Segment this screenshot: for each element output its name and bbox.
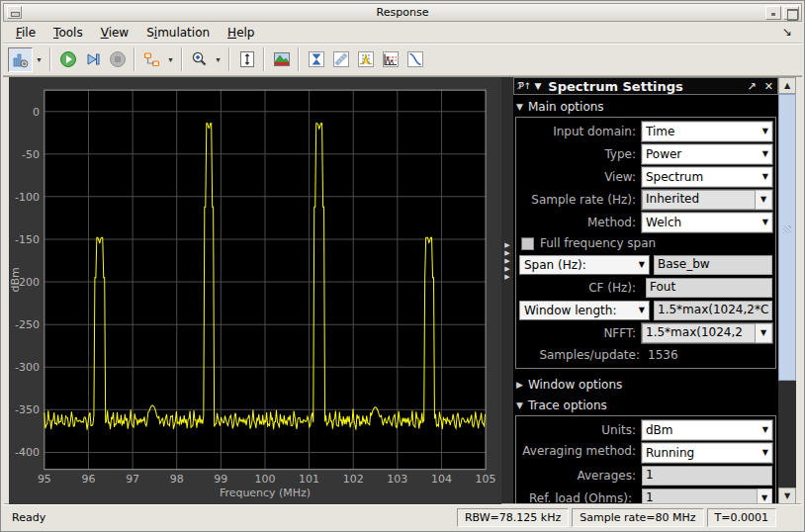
autoscale-y-icon (238, 50, 256, 68)
section-expanded-icon: ▼ (516, 400, 523, 410)
expander-arrow-icon[interactable]: ▶ (504, 273, 509, 281)
section-trace-options[interactable]: ▼ Trace options (513, 394, 778, 414)
expander-arrow-icon[interactable]: ▶ (504, 257, 509, 265)
svg-text:-250: -250 (15, 318, 40, 331)
window-length-dropdown[interactable]: Window length: ▼ (519, 301, 650, 320)
window-length-field[interactable]: 1.5*max(1024,2*C (654, 301, 772, 320)
signal-statistics-button[interactable] (328, 47, 353, 72)
signal-statistics-icon (332, 50, 350, 68)
nfft-label: NFFT: (519, 326, 642, 340)
spectrogram-view-button[interactable] (269, 47, 294, 72)
spectrum-settings-dropdown[interactable]: ▼ (33, 47, 45, 72)
view-label: View: (519, 170, 642, 184)
svg-text:-150: -150 (15, 233, 40, 246)
input-domain-label: Input domain: (519, 125, 642, 138)
chevron-down-icon[interactable]: ▼ (758, 488, 772, 505)
stop-button (105, 47, 130, 72)
title-bar[interactable]: Response (3, 3, 802, 22)
averaging-method-label: Averaging method: (519, 444, 642, 464)
svg-text:103: 103 (387, 473, 407, 486)
window-menu-button[interactable] (7, 6, 22, 19)
cursor-measurements-icon (308, 50, 325, 68)
scroll-track[interactable] (778, 381, 796, 488)
stop-icon (109, 50, 127, 68)
view-select[interactable]: Spectrum ▼ (642, 167, 772, 187)
toolbar-separator (181, 47, 183, 71)
spectrum-settings-button[interactable] (8, 47, 33, 72)
toolbar-separator (298, 47, 300, 71)
svg-text:105: 105 (476, 473, 496, 486)
dock-arrow-icon[interactable]: ↘ (782, 25, 792, 39)
right-gutter (796, 77, 802, 504)
units-select[interactable]: dBm ▼ (642, 420, 772, 440)
full-frequency-span-checkbox[interactable] (521, 237, 534, 250)
step-forward-button[interactable] (80, 47, 105, 72)
chevron-down-icon[interactable]: ▼ (756, 323, 772, 343)
zoom-dropdown[interactable]: ▼ (212, 47, 224, 72)
svg-text:100: 100 (255, 473, 276, 486)
distortion-measurements-icon (382, 50, 400, 68)
ccdf-measurements-button[interactable] (402, 47, 427, 72)
span-mode-dropdown[interactable]: Span (Hz): ▼ (519, 255, 650, 275)
averaging-method-select[interactable]: Running ▼ (642, 443, 772, 463)
section-expanded-icon: ▼ (516, 102, 523, 112)
expander-arrow-icon[interactable]: ▶ (504, 249, 509, 257)
response-window: Response File Tools View Simulation Help… (0, 0, 805, 532)
toolbar: ▼ (3, 44, 802, 76)
trace-options-group: Units: dBm ▼ Averaging method: Running ▼… (515, 415, 776, 504)
peak-finder-icon (357, 50, 375, 68)
scroll-up-button[interactable]: ▲ (778, 77, 796, 94)
svg-text:99: 99 (214, 473, 227, 486)
toolbar-separator (49, 47, 51, 71)
scroll-down-button[interactable]: ▼ (778, 488, 796, 504)
sample-rate-combo[interactable]: Inherited ▼ (642, 190, 772, 210)
nfft-combo[interactable]: 1.5*max(1024,2 ▼ (642, 323, 772, 343)
spectrogram-view-icon (273, 50, 291, 68)
chevron-down-icon: ▼ (762, 149, 768, 158)
settings-scrollbar: ▲ ▼ (778, 77, 796, 504)
section-window-options[interactable]: ▶ Window options (513, 373, 778, 394)
pin-icon[interactable]: Ƥ̸↑ (518, 82, 531, 91)
spectrum-plot[interactable]: 95969798991001011021031041050-50-100-150… (9, 77, 501, 504)
zoom-in-button[interactable] (187, 47, 212, 72)
status-bar: Ready RBW=78.125 kHz Sample rate=80 MHz … (3, 504, 802, 529)
menu-help[interactable]: Help (219, 23, 263, 43)
chevron-down-icon: ▼ (762, 218, 768, 226)
scroll-thumb[interactable] (778, 94, 796, 381)
menu-view[interactable]: View (92, 23, 137, 43)
block-diagram-dropdown[interactable]: ▼ (164, 47, 177, 72)
minimize-button[interactable] (765, 6, 781, 20)
menu-simulation[interactable]: Simulation (137, 23, 219, 43)
section-main-options[interactable]: ▼ Main options (513, 95, 778, 116)
close-icon[interactable]: ✕ (764, 82, 773, 91)
undock-icon[interactable]: ↗ (748, 82, 757, 91)
expander-arrow-icon[interactable]: ▶ (504, 265, 509, 273)
run-button[interactable] (55, 47, 80, 72)
type-select[interactable]: Power ▼ (642, 144, 772, 164)
block-diagram-icon (143, 51, 160, 68)
block-diagram-button[interactable] (139, 47, 164, 72)
menu-file[interactable]: File (7, 23, 45, 43)
span-value-field[interactable]: Base_bw (654, 255, 772, 275)
collapse-icon[interactable]: ▼ (534, 82, 541, 91)
method-select[interactable]: Welch ▼ (642, 213, 772, 232)
panel-expander-strip[interactable]: ▶ ▶ ▶ ▶ ▶ (501, 77, 513, 504)
ref-load-field[interactable]: 1 (642, 488, 758, 505)
cursor-measurements-button[interactable] (304, 47, 328, 72)
expander-arrow-icon[interactable]: ▶ (504, 241, 509, 249)
distortion-measurements-button[interactable] (378, 47, 402, 72)
input-domain-select[interactable]: Time ▼ (642, 122, 772, 141)
chevron-down-icon[interactable]: ▼ (756, 190, 772, 210)
menu-tools[interactable]: Tools (45, 23, 92, 43)
cf-value-field[interactable]: Fout (646, 278, 772, 298)
averages-field[interactable]: 1 (642, 466, 772, 486)
type-label: Type: (519, 147, 642, 161)
cf-label: CF (Hz): (519, 281, 642, 295)
chevron-down-icon: ▼ (762, 448, 768, 457)
svg-text:-100: -100 (15, 191, 40, 204)
maximize-button[interactable] (783, 6, 799, 20)
autoscale-y-button[interactable] (234, 47, 259, 72)
svg-text:98: 98 (170, 473, 184, 486)
svg-text:Frequency (MHz): Frequency (MHz) (220, 487, 311, 499)
peak-finder-button[interactable] (353, 47, 378, 72)
